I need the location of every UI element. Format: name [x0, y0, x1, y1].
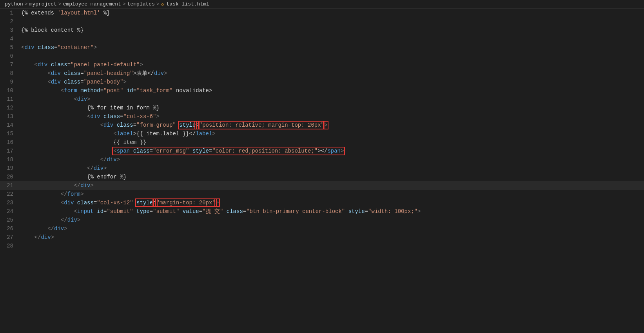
- line-content: {% for item in form %}: [20, 104, 644, 112]
- line-content: </form>: [20, 190, 644, 198]
- code-line-15: 15 <label>{{ item.label }}</label>: [0, 129, 644, 138]
- line-content: {{ item }}: [20, 138, 644, 147]
- code-line-27: 27 </div>: [0, 233, 644, 242]
- line-number: 1: [0, 9, 20, 17]
- line-content: </div>: [20, 164, 644, 173]
- line-number: 16: [0, 138, 20, 147]
- file-icon: ◇: [161, 1, 164, 7]
- line-number: 20: [0, 173, 20, 181]
- breadcrumb: python > myproject > employee_management…: [0, 0, 644, 9]
- line-number: 6: [0, 52, 20, 60]
- code-line-11: 11 <div>: [0, 95, 644, 104]
- line-content: <div class="panel-body">: [20, 78, 644, 86]
- line-number: 10: [0, 86, 20, 95]
- code-line-25: 25 </div>: [0, 216, 644, 224]
- crumb-myproject[interactable]: myproject: [29, 1, 57, 7]
- code-line-18: 18 </div>: [0, 155, 644, 164]
- line-number: 3: [0, 26, 20, 35]
- crumb-templates[interactable]: templates: [127, 1, 155, 7]
- line-number: 4: [0, 35, 20, 43]
- line-content: <input id="submit" type="submit" value="…: [20, 207, 644, 216]
- line-content: <span class="error_msg" style="color: re…: [20, 147, 644, 155]
- code-line-3: 3{% block content %}: [0, 26, 644, 35]
- line-number: 5: [0, 43, 20, 52]
- code-line-17: 17 <span class="error_msg" style="color:…: [0, 147, 644, 155]
- code-line-2: 2: [0, 17, 644, 26]
- line-content: </div>: [20, 233, 644, 242]
- code-line-26: 26 </div>: [0, 224, 644, 233]
- sep2: >: [58, 1, 62, 7]
- code-line-22: 22 </form>: [0, 190, 644, 198]
- code-line-5: 5<div class="container">: [0, 43, 644, 52]
- line-content: {% endfor %}: [20, 173, 644, 181]
- code-line-10: 10 <form method="post" id="task_form" no…: [0, 86, 644, 95]
- line-content: {% extends 'layout.html' %}: [20, 9, 644, 17]
- code-line-9: 9 <div class="panel-body">: [0, 78, 644, 86]
- code-editor: 1{% extends 'layout.html' %}23{% block c…: [0, 9, 644, 250]
- line-number: 14: [0, 121, 20, 129]
- line-number: 26: [0, 224, 20, 233]
- line-number: 8: [0, 69, 20, 78]
- line-content: </div>: [20, 181, 644, 190]
- line-content: </div>: [20, 216, 644, 224]
- line-number: 22: [0, 190, 20, 198]
- line-number: 12: [0, 104, 20, 112]
- line-content: </div>: [20, 224, 644, 233]
- code-line-16: 16 {{ item }}: [0, 138, 644, 147]
- line-number: 7: [0, 60, 20, 69]
- line-content: </div>: [20, 155, 644, 164]
- sep1: >: [25, 1, 28, 7]
- line-number: 13: [0, 112, 20, 121]
- line-number: 28: [0, 242, 20, 250]
- code-line-7: 7 <div class="panel panel-default">: [0, 60, 644, 69]
- line-content: <div class="col-xs-6">: [20, 112, 644, 121]
- crumb-employee[interactable]: employee_management: [63, 1, 121, 7]
- line-content: <div class="panel panel-default">: [20, 60, 644, 69]
- line-content: <form method="post" id="task_form" noval…: [20, 86, 644, 95]
- code-line-6: 6: [0, 52, 644, 60]
- line-number: 2: [0, 17, 20, 26]
- line-number: 17: [0, 147, 20, 155]
- line-number: 23: [0, 198, 20, 207]
- crumb-file[interactable]: task_list.html: [167, 1, 209, 7]
- code-line-8: 8 <div class="panel-heading">表单</div>: [0, 69, 644, 78]
- line-number: 18: [0, 155, 20, 164]
- code-line-23: 23 <div class="col-xs-12" style="margin-…: [0, 198, 644, 207]
- line-number: 21: [0, 181, 20, 190]
- line-number: 9: [0, 78, 20, 86]
- code-line-14: 14 <div class="form-group" style="positi…: [0, 121, 644, 129]
- code-line-19: 19 </div>: [0, 164, 644, 173]
- line-content: <div>: [20, 95, 644, 104]
- code-line-24: 24 <input id="submit" type="submit" valu…: [0, 207, 644, 216]
- code-line-1: 1{% extends 'layout.html' %}: [0, 9, 644, 17]
- line-number: 15: [0, 129, 20, 138]
- code-line-4: 4: [0, 35, 644, 43]
- line-content: <div class="col-xs-12" style="margin-top…: [20, 198, 644, 207]
- crumb-python[interactable]: python: [5, 1, 23, 7]
- code-line-28: 28: [0, 242, 644, 250]
- line-number: 11: [0, 95, 20, 104]
- sep3: >: [123, 1, 126, 7]
- line-content: <div class="panel-heading">表单</div>: [20, 69, 644, 78]
- line-content: <div class="container">: [20, 43, 644, 52]
- line-number: 27: [0, 233, 20, 242]
- sep4: >: [156, 1, 160, 7]
- line-content: <div class="form-group" style="position:…: [20, 121, 644, 129]
- line-number: 19: [0, 164, 20, 173]
- line-content: {% block content %}: [20, 26, 644, 35]
- line-number: 25: [0, 216, 20, 224]
- line-number: 24: [0, 207, 20, 216]
- line-content: <label>{{ item.label }}</label>: [20, 129, 644, 138]
- code-line-13: 13 <div class="col-xs-6">: [0, 112, 644, 121]
- code-line-20: 20 {% endfor %}: [0, 173, 644, 181]
- code-line-12: 12 {% for item in form %}: [0, 104, 644, 112]
- code-line-21: 21 </div>: [0, 181, 644, 190]
